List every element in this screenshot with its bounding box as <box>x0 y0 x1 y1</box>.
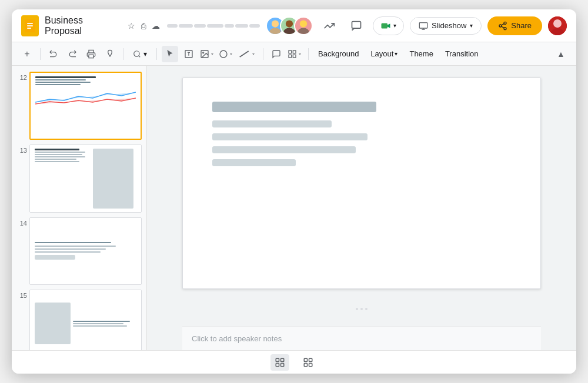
transition-label[interactable]: Transition <box>440 47 483 61</box>
line-button[interactable] <box>237 46 258 62</box>
menu-dot <box>235 24 248 28</box>
star-icon[interactable]: ☆ <box>126 20 136 32</box>
svg-point-7 <box>283 28 295 35</box>
svg-point-5 <box>269 28 280 35</box>
slide-number-13: 13 <box>16 147 27 154</box>
svg-rect-43 <box>281 358 284 361</box>
layout-grid-button[interactable] <box>287 46 303 62</box>
add-button[interactable]: + <box>19 46 35 62</box>
svg-point-4 <box>272 20 279 27</box>
slide-thumbnail-14[interactable] <box>29 217 142 285</box>
grid-view-button[interactable] <box>270 354 289 371</box>
menu-bar-dots <box>167 24 260 28</box>
speaker-notes[interactable]: Click to add speaker notes <box>182 327 541 350</box>
svg-point-6 <box>286 20 293 27</box>
comment-icon-btn[interactable] <box>346 15 367 36</box>
list-view-button[interactable] <box>299 354 318 371</box>
svg-point-20 <box>504 27 506 29</box>
slide-item-12[interactable]: 12 <box>14 70 144 141</box>
slide-thumbnail-13[interactable] <box>29 145 142 212</box>
header: Business Proposal ☆ ⎙ ☁ <box>12 9 576 42</box>
slide-number-14: 14 <box>16 220 27 227</box>
svg-rect-47 <box>309 358 312 361</box>
svg-point-19 <box>499 25 502 27</box>
svg-rect-38 <box>289 55 292 58</box>
doc-title: Business Proposal <box>45 15 122 36</box>
slide-item-14[interactable]: 14 <box>14 216 144 286</box>
print-button[interactable] <box>83 46 99 62</box>
slideshow-chevron: ▾ <box>470 22 473 29</box>
slide-thumbnail-15[interactable] <box>29 290 142 350</box>
svg-rect-45 <box>281 363 284 366</box>
svg-rect-26 <box>89 55 93 58</box>
undo-button[interactable] <box>45 46 62 62</box>
svg-line-35 <box>240 51 249 57</box>
svg-rect-46 <box>304 358 307 361</box>
textbox-button[interactable] <box>181 46 197 62</box>
slideshow-button[interactable]: Slideshow ▾ <box>410 17 482 35</box>
redo-button[interactable] <box>64 46 81 62</box>
select-tool-button[interactable] <box>162 46 178 62</box>
speaker-notes-placeholder: Click to add speaker notes <box>192 334 282 343</box>
slide-panel: 12 <box>12 66 147 350</box>
svg-rect-39 <box>293 55 296 58</box>
comment-tool-button[interactable] <box>268 46 285 62</box>
svg-point-33 <box>203 52 204 53</box>
theme-label[interactable]: Theme <box>405 47 437 61</box>
canvas-content-line-3 <box>212 133 368 140</box>
toolbar-separator-3 <box>156 48 157 60</box>
svg-line-22 <box>502 23 505 25</box>
layout-label: Layout <box>370 49 393 58</box>
image-button[interactable] <box>199 46 216 62</box>
title-area: Business Proposal ☆ ⎙ ☁ <box>45 15 161 36</box>
svg-rect-36 <box>289 51 292 53</box>
trending-icon-btn[interactable] <box>319 15 340 36</box>
slide-number-15: 15 <box>16 292 27 299</box>
slide-item-15[interactable]: 15 <box>14 288 144 350</box>
svg-rect-12 <box>382 23 388 28</box>
menu-dot <box>249 24 260 28</box>
zoom-dropdown[interactable]: ▾ <box>128 48 152 61</box>
zoom-label: ▾ <box>143 50 147 58</box>
svg-rect-42 <box>276 358 279 361</box>
user-avatar[interactable] <box>548 16 567 35</box>
dot-1 <box>356 308 358 310</box>
toolbar: + ▾ <box>12 42 576 66</box>
slide-dots <box>356 308 368 310</box>
svg-line-21 <box>502 26 505 28</box>
svg-rect-49 <box>309 363 312 366</box>
svg-line-28 <box>139 55 141 57</box>
toolbar-separator-4 <box>263 48 263 60</box>
svg-point-8 <box>300 20 307 27</box>
share-button[interactable]: Share <box>487 16 542 35</box>
slide-canvas[interactable] <box>182 78 541 289</box>
svg-rect-15 <box>419 22 427 28</box>
paint-button[interactable] <box>102 46 118 62</box>
meet-button[interactable]: ▾ <box>373 16 404 35</box>
svg-point-18 <box>504 22 506 24</box>
cloud-icon[interactable]: ☁ <box>151 20 161 32</box>
title-icons: ☆ ⎙ ☁ <box>126 20 161 32</box>
menu-dot <box>179 24 193 28</box>
dot-2 <box>360 308 363 310</box>
svg-rect-1 <box>27 23 33 24</box>
slide-13-right <box>93 149 133 208</box>
menu-dot <box>225 24 234 28</box>
background-label[interactable]: Background <box>313 47 363 61</box>
collapse-toolbar-button[interactable]: ▲ <box>553 46 569 62</box>
slide-item-13[interactable]: 13 <box>14 143 144 213</box>
menu-dot <box>167 24 178 28</box>
meet-chevron: ▾ <box>393 22 396 29</box>
svg-rect-37 <box>293 51 296 53</box>
svg-point-24 <box>553 19 562 28</box>
slide-thumbnail-12[interactable] <box>29 72 142 140</box>
toolbar-separator-5 <box>308 48 309 60</box>
canvas-content-line-1 <box>212 102 376 112</box>
svg-point-9 <box>298 28 309 35</box>
shape-button[interactable] <box>218 46 235 62</box>
menu-dot <box>207 24 223 28</box>
layout-dropdown[interactable]: Layout ▾ <box>366 47 402 61</box>
folder-icon[interactable]: ⎙ <box>140 20 147 32</box>
svg-rect-48 <box>304 363 307 366</box>
layout-chevron-icon: ▾ <box>395 51 397 57</box>
